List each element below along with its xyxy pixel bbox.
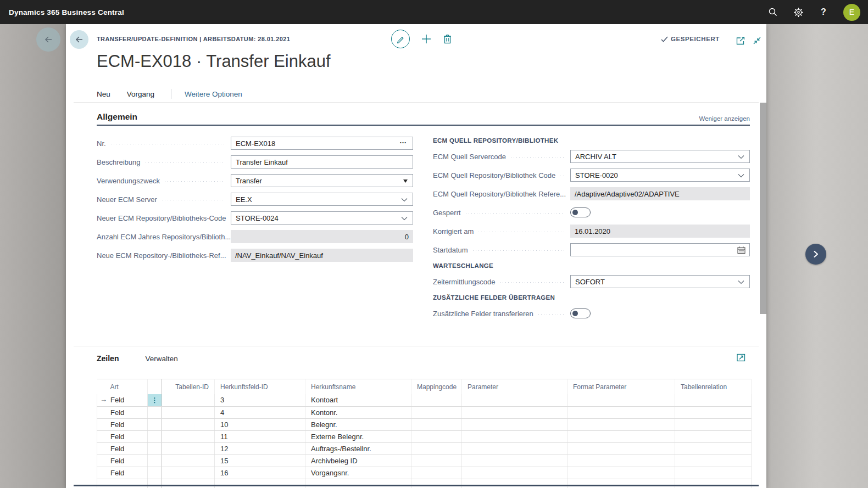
col-tabellen-id[interactable]: Tabellen-ID — [162, 379, 215, 394]
cell-parameter[interactable] — [462, 467, 567, 479]
focus-mode-icon[interactable] — [737, 354, 745, 362]
quell-servercode-combo[interactable]: ARCHIV ALT — [570, 150, 750, 163]
cell-tabellen-id[interactable] — [162, 394, 215, 407]
quell-repo-code-combo[interactable]: STORE-0020 — [570, 169, 750, 182]
cell-tabellen-id[interactable] — [162, 455, 215, 467]
cell-mappingcode[interactable] — [411, 442, 462, 455]
cell-herkunftsfeld-id[interactable]: 12 — [215, 442, 305, 455]
menu-vorgang[interactable]: Vorgang — [127, 90, 154, 98]
cell-art[interactable]: →Feld — [97, 394, 148, 407]
cell-art[interactable]: →Feld — [97, 418, 148, 430]
col-mappingcode[interactable]: Mappingcode — [411, 379, 462, 394]
gesperrt-toggle[interactable] — [570, 207, 591, 217]
cell-row-menu[interactable]: ⋮ — [148, 394, 162, 407]
cell-format-parameter[interactable] — [567, 442, 675, 455]
cell-art[interactable]: →Feld — [97, 430, 148, 442]
cell-herkunftsname[interactable]: Archivbeleg ID — [305, 455, 411, 467]
cell-format-parameter[interactable] — [567, 406, 675, 418]
cell-herkunftsname[interactable]: Vorgangsnr. — [305, 467, 411, 479]
cell-herkunftsfeld-id[interactable]: 16 — [215, 467, 305, 479]
search-icon[interactable] — [767, 7, 778, 18]
cell-tabellenrelation[interactable] — [675, 479, 752, 488]
cell-herkunftsname[interactable] — [305, 479, 411, 488]
show-less-link[interactable]: Weniger anzeigen — [699, 115, 750, 122]
cell-row-menu[interactable]: ⋮ — [148, 418, 162, 430]
table-row[interactable] — [97, 479, 752, 488]
startdatum-input[interactable] — [570, 243, 750, 256]
cell-art[interactable]: →Feld — [97, 442, 148, 455]
cell-parameter[interactable] — [462, 442, 567, 455]
cell-format-parameter[interactable] — [567, 479, 675, 488]
help-icon[interactable]: ? — [818, 7, 829, 18]
cell-mappingcode[interactable] — [411, 418, 462, 430]
cell-art[interactable] — [97, 479, 148, 488]
col-herkunftsfeld-id[interactable]: Herkunftsfeld-ID — [215, 379, 305, 394]
cell-herkunftsfeld-id[interactable]: 11 — [215, 430, 305, 442]
cell-herkunftsname[interactable]: Kontonr. — [305, 406, 411, 418]
cell-art[interactable]: →Feld — [97, 406, 148, 418]
cell-tabellenrelation[interactable] — [675, 467, 752, 479]
cell-tabellen-id[interactable] — [162, 406, 215, 418]
cell-format-parameter[interactable] — [567, 430, 675, 442]
cell-tabellenrelation[interactable] — [675, 406, 752, 418]
cell-mappingcode[interactable] — [411, 455, 462, 467]
edit-button[interactable] — [391, 30, 410, 48]
cell-tabellen-id[interactable] — [162, 442, 215, 455]
cell-parameter[interactable] — [462, 479, 567, 488]
cell-format-parameter[interactable] — [567, 467, 675, 479]
col-parameter[interactable]: Parameter — [462, 379, 567, 394]
cell-tabellen-id[interactable] — [162, 467, 215, 479]
cell-mappingcode[interactable] — [411, 467, 462, 479]
table-row[interactable]: →Feld ⋮ 10 Belegnr. — [97, 418, 752, 430]
table-row[interactable]: →Feld ⋮ 12 Auftrags-/Bestellnr. — [97, 442, 752, 455]
cell-mappingcode[interactable] — [411, 394, 462, 407]
add-button[interactable] — [421, 33, 432, 44]
collapse-icon[interactable] — [753, 36, 761, 45]
cell-herkunftsname[interactable]: Belegnr. — [305, 418, 411, 430]
section-title[interactable]: Allgemein — [97, 112, 137, 122]
cell-tabellenrelation[interactable] — [675, 430, 752, 442]
cell-tabellenrelation[interactable] — [675, 455, 752, 467]
calendar-icon[interactable] — [737, 246, 745, 254]
col-art[interactable]: Art — [97, 379, 148, 394]
gear-icon[interactable] — [793, 7, 804, 18]
cell-tabellen-id[interactable] — [162, 479, 215, 488]
next-record-button[interactable] — [805, 244, 826, 265]
cell-row-menu[interactable] — [148, 479, 162, 488]
user-avatar[interactable]: E — [843, 4, 860, 21]
cell-art[interactable]: →Feld — [97, 467, 148, 479]
col-herkunftsname[interactable]: Herkunftsname — [305, 379, 411, 394]
cell-mappingcode[interactable] — [411, 479, 462, 488]
ellipsis-vertical-icon[interactable]: ⋮ — [152, 396, 158, 404]
cell-herkunftsfeld-id[interactable]: 10 — [215, 418, 305, 430]
cell-format-parameter[interactable] — [567, 394, 675, 407]
cell-tabellenrelation[interactable] — [675, 418, 752, 430]
vertical-scrollbar-thumb[interactable] — [760, 103, 766, 314]
cell-format-parameter[interactable] — [567, 455, 675, 467]
delete-button[interactable] — [443, 34, 452, 44]
cell-tabellen-id[interactable] — [162, 418, 215, 430]
cell-parameter[interactable] — [462, 406, 567, 418]
cell-tabellenrelation[interactable] — [675, 442, 752, 455]
cell-herkunftsfeld-id[interactable]: 4 — [215, 406, 305, 418]
cell-tabellenrelation[interactable] — [675, 394, 752, 407]
cell-mappingcode[interactable] — [411, 430, 462, 442]
cell-herkunftsfeld-id[interactable] — [215, 479, 305, 488]
table-row[interactable]: →Feld ⋮ 11 Externe Belegnr. — [97, 430, 752, 442]
back-button[interactable] — [70, 30, 88, 49]
table-row[interactable]: →Feld ⋮ 4 Kontonr. — [97, 406, 752, 418]
table-row[interactable]: →Feld ⋮ 3 Kontoart — [97, 394, 752, 407]
cell-row-menu[interactable]: ⋮ — [148, 406, 162, 418]
zeitermittlungscode-combo[interactable]: SOFORT — [570, 275, 750, 288]
table-row[interactable]: →Feld ⋮ 15 Archivbeleg ID — [97, 455, 752, 467]
col-format-parameter[interactable]: Format Parameter — [567, 379, 675, 394]
cell-parameter[interactable] — [462, 455, 567, 467]
nr-input[interactable]: ECM-EX018 … — [231, 137, 413, 150]
menu-weitere-optionen[interactable]: Weitere Optionen — [185, 90, 242, 98]
background-back-button[interactable] — [36, 27, 60, 52]
cell-herkunftsfeld-id[interactable]: 3 — [215, 394, 305, 407]
open-in-window-icon[interactable] — [736, 37, 745, 45]
cell-art[interactable]: →Feld — [97, 455, 148, 467]
cell-tabellen-id[interactable] — [162, 430, 215, 442]
cell-parameter[interactable] — [462, 430, 567, 442]
